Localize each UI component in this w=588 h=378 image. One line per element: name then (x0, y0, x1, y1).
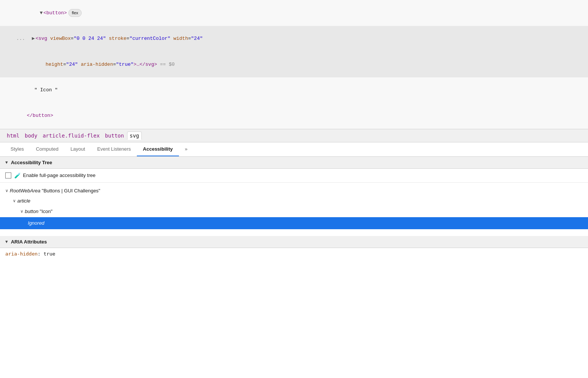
flask-icon: 🧪 (14, 172, 21, 178)
text-node-content: " Icon " (34, 87, 58, 93)
ignored-node-label: Ignored (28, 219, 44, 227)
dollar-zero-indicator: == $0 (160, 62, 175, 67)
source-line-button-open[interactable]: ▼<button>flex (0, 0, 588, 26)
tabs-bar: Styles Computed Layout Event Listeners A… (0, 142, 588, 157)
aria-section-arrow: ▼ (5, 239, 9, 244)
aria-attr-value: true (44, 251, 55, 257)
breadcrumb-article[interactable]: article.fluid-flex (40, 132, 102, 139)
indent-spaces (16, 10, 39, 16)
root-arrow: ∨ (5, 187, 8, 195)
collapse-arrow[interactable]: ▼ (40, 9, 43, 17)
tag-name-button: button (46, 10, 64, 16)
aria-attr-name: aria-hidden (5, 251, 38, 257)
attr-width-name: width (173, 36, 188, 41)
root-node-type: RootWebArea (10, 186, 40, 195)
flex-badge: flex (68, 9, 82, 17)
breadcrumb-html[interactable]: html (5, 132, 22, 139)
aria-attributes-header[interactable]: ▼ ARIA Attributes (0, 236, 588, 248)
tree-article-row[interactable]: ∨ article (13, 196, 583, 206)
attr-viewbox-value: "0 0 24 24" (74, 36, 106, 41)
accessibility-tree-header[interactable]: ▼ Accessibility Tree (0, 157, 588, 169)
attr-height-name: height (45, 62, 63, 67)
breadcrumb-body[interactable]: body (23, 132, 40, 139)
attr-width-value: "24" (191, 36, 203, 41)
breadcrumb-svg[interactable]: svg (127, 132, 142, 140)
button-node-label: "Icon" (38, 207, 52, 216)
button-node-type: button (25, 207, 38, 216)
attr-stroke-value: "currentColor" (129, 36, 170, 41)
svg-tag-name: svg (38, 36, 47, 41)
source-line-button-close[interactable]: </button> (0, 103, 588, 129)
attr-stroke-name: stroke (109, 36, 127, 41)
closing-tag-name: button (33, 113, 50, 118)
attr-height-value: "24" (66, 62, 78, 67)
full-page-tree-row[interactable]: 🧪 Enable full-page accessibility tree (0, 169, 588, 183)
tab-more[interactable]: » (179, 142, 194, 156)
tab-layout[interactable]: Layout (64, 142, 91, 156)
aria-attr-colon: : (38, 251, 44, 257)
source-line-svg-attrs[interactable]: height="24" aria-hidden="true">…</svg> =… (0, 52, 588, 77)
aria-section-label: ARIA Attributes (11, 239, 47, 245)
full-page-label: Enable full-page accessibility tree (23, 172, 95, 178)
tab-accessibility[interactable]: Accessibility (137, 142, 179, 156)
button-arrow: ∨ (20, 208, 23, 215)
tree-section-arrow: ▼ (5, 160, 9, 165)
attr-viewbox-name: viewBox (50, 36, 71, 41)
dots-indicator: ... (16, 36, 25, 41)
closing-tag-open: </ (27, 113, 33, 118)
tab-event-listeners[interactable]: Event Listeners (91, 142, 137, 156)
source-line-svg-open[interactable]: ...▶<svg viewBox="0 0 24 24" stroke="cur… (0, 26, 588, 51)
tree-root-row[interactable]: ∨ RootWebArea "Buttons | GUI Challenges" (5, 186, 583, 196)
accessibility-tree: ∨ RootWebArea "Buttons | GUI Challenges"… (0, 183, 588, 233)
html-source-panel: ▼<button>flex ...▶<svg viewBox="0 0 24 2… (0, 0, 588, 129)
tag-close-bracket: > (64, 10, 67, 16)
article-node-type: article (17, 197, 30, 205)
full-page-checkbox[interactable] (5, 172, 11, 178)
closing-tag-bracket: > (50, 113, 53, 118)
tree-button-row[interactable]: ∨ button "Icon" (20, 206, 583, 216)
breadcrumb-bar: html body article.fluid-flex button svg (0, 129, 588, 142)
svg-close-text: >…</svg> (133, 62, 157, 67)
attr-aria-hidden-value: "true" (116, 62, 134, 67)
tree-section-label: Accessibility Tree (11, 160, 52, 165)
source-line-text-node[interactable]: " Icon " (0, 77, 588, 103)
main-content: ▼ Accessibility Tree 🧪 Enable full-page … (0, 157, 588, 260)
breadcrumb-button[interactable]: button (103, 132, 126, 139)
tab-styles[interactable]: Styles (5, 142, 30, 156)
tab-computed[interactable]: Computed (30, 142, 64, 156)
expand-arrow-svg[interactable]: ▶ (32, 35, 35, 43)
attr-aria-hidden-name: aria-hidden (81, 62, 113, 67)
aria-hidden-row: aria-hidden: true (0, 248, 588, 260)
root-node-label: "Buttons | GUI Challenges" (40, 186, 100, 195)
article-arrow: ∨ (13, 197, 16, 205)
tree-ignored-row[interactable]: Ignored (0, 217, 588, 229)
